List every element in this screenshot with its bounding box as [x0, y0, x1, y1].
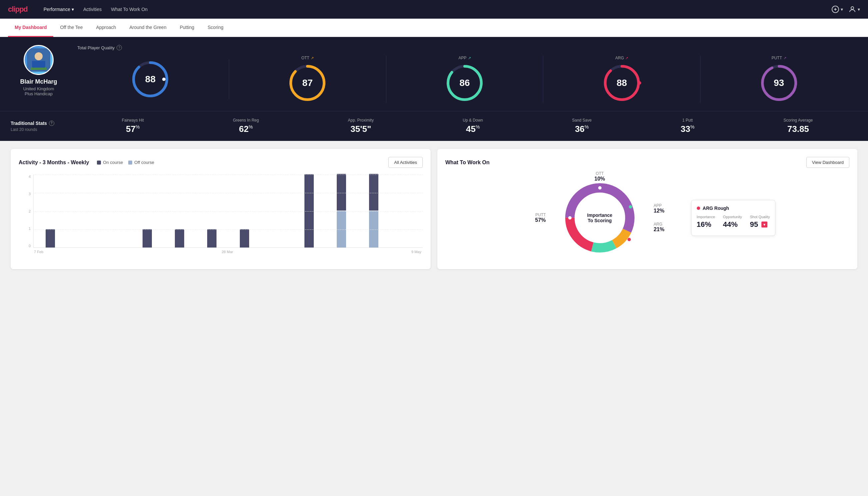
- legend-off-course: Off course: [128, 160, 154, 165]
- putt-label-col: PUTT 57%: [519, 213, 546, 223]
- arg-rough-info-card: ARG Rough Importance 16% Opportunity 44%…: [691, 200, 776, 236]
- bar-group-5: [164, 229, 195, 248]
- tab-approach[interactable]: Approach: [89, 19, 123, 37]
- tab-my-dashboard[interactable]: My Dashboard: [8, 19, 53, 37]
- trend-up-icon: ↗: [311, 56, 314, 60]
- stat-columns: Fairways Hit 57% Greens In Reg 62% App. …: [77, 118, 857, 134]
- svg-point-24: [629, 205, 632, 208]
- bar-on-course: [369, 174, 378, 211]
- app-value: 86: [459, 78, 470, 88]
- bar-on-course: [304, 174, 314, 248]
- bottom-section: Activity - 3 Months - Weekly On course O…: [0, 141, 868, 277]
- nav-activities[interactable]: Activities: [83, 7, 101, 12]
- tab-off-the-tee[interactable]: Off the Tee: [53, 19, 89, 37]
- tab-scoring[interactable]: Scoring: [201, 19, 230, 37]
- stat-value: 33%: [681, 124, 694, 134]
- tab-bar: My Dashboard Off the Tee Approach Around…: [0, 19, 868, 37]
- putt-value: 93: [774, 78, 784, 88]
- legend-off-course-dot: [128, 160, 132, 165]
- tpq-circle: 88: [130, 59, 170, 99]
- stat-name: Fairways Hit: [122, 118, 144, 123]
- x-label-may: 9 May: [411, 250, 421, 254]
- importance-col: Importance 16%: [697, 215, 715, 229]
- y-label-3: 3: [29, 192, 31, 196]
- shot-quality-col: Shot Quality 95 ▼: [750, 215, 770, 229]
- player-name: Blair McHarg: [20, 78, 57, 85]
- view-dashboard-button[interactable]: View Dashboard: [806, 157, 849, 168]
- avatar: [23, 45, 53, 75]
- opportunity-value: 44%: [723, 220, 742, 229]
- bar-off-course: [337, 211, 346, 248]
- stat-name: App. Proximity: [348, 118, 374, 123]
- chevron-down-icon: ▾: [858, 7, 860, 12]
- player-handicap: Plus Handicap: [25, 91, 53, 96]
- ott-circle: 87: [287, 63, 327, 103]
- trad-stats-sublabel: Last 20 rounds: [11, 127, 77, 132]
- nav-performance[interactable]: Performance ▾: [44, 7, 74, 12]
- stat-value: 57%: [126, 124, 140, 134]
- nav-right-icons: ▾ ▾: [831, 5, 860, 13]
- app-circle: 86: [445, 63, 485, 103]
- hero-section: Blair McHarg United Kingdom Plus Handica…: [0, 37, 868, 111]
- player-row: Blair McHarg United Kingdom Plus Handica…: [11, 45, 857, 103]
- brand-logo[interactable]: clippd: [8, 5, 28, 14]
- tab-around-the-green[interactable]: Around the Green: [123, 19, 173, 37]
- stat-sand-save: Sand Save 36%: [572, 118, 591, 134]
- stat-app-proximity: App. Proximity 35'5": [348, 118, 374, 134]
- bar-group-4: [132, 229, 162, 248]
- bar-on-course: [207, 229, 217, 248]
- score-ott: OTT ↗ 87: [229, 56, 386, 103]
- right-labels-col: APP 12% ARG 21%: [654, 203, 680, 233]
- stat-fairways-hit: Fairways Hit 57%: [122, 118, 144, 134]
- stat-name: 1 Putt: [682, 118, 693, 123]
- bars-container: [33, 174, 423, 248]
- y-label-2: 2: [29, 209, 31, 213]
- bar-group-12: [391, 247, 421, 248]
- scores-area: Total Player Quality ? 88: [77, 45, 857, 103]
- arg-circle: 88: [602, 63, 642, 103]
- arg-label: ARG ↗: [615, 56, 628, 60]
- help-icon[interactable]: ?: [49, 121, 54, 126]
- importance-label: Importance: [697, 215, 715, 219]
- stat-name: Up & Down: [463, 118, 483, 123]
- bar-group-11: [359, 174, 389, 248]
- flag-icon: ▼: [761, 221, 768, 228]
- arg-donut-label: ARG 21%: [654, 222, 680, 233]
- score-arg: ARG ↗ 88: [543, 56, 700, 103]
- tpq-value: 88: [145, 74, 156, 84]
- chart-title: Activity - 3 Months - Weekly: [19, 159, 89, 166]
- x-labels: 7 Feb 28 Mar 9 May: [29, 248, 423, 254]
- app-label: APP ↗: [458, 56, 471, 60]
- nav-what-to-work-on[interactable]: What To Work On: [111, 7, 147, 12]
- ott-donut-label: OTT 10%: [595, 171, 605, 182]
- trend-up-icon: ↗: [625, 56, 628, 60]
- help-icon[interactable]: ?: [116, 45, 122, 50]
- donut-container: Importance To Scoring OTT 10%: [556, 174, 643, 261]
- app-donut-label: APP 12%: [654, 203, 680, 214]
- importance-value: 16%: [697, 220, 715, 229]
- bar-group-6: [197, 229, 227, 248]
- bar-on-course: [175, 229, 184, 248]
- putt-label: PUTT ↗: [771, 56, 786, 60]
- score-putt: PUTT ↗ 93: [700, 56, 857, 103]
- bar-group-1: [35, 229, 65, 248]
- chevron-down-icon: ▾: [72, 7, 74, 12]
- bar-on-course: [143, 229, 152, 248]
- add-button[interactable]: ▾: [831, 5, 843, 13]
- stat-1-putt: 1 Putt 33%: [681, 118, 694, 134]
- all-activities-button[interactable]: All Activities: [388, 157, 423, 168]
- bar-group-8: [262, 247, 292, 248]
- y-label-1: 1: [29, 227, 31, 231]
- user-menu[interactable]: ▾: [848, 5, 860, 13]
- y-label-4: 4: [29, 174, 31, 179]
- ott-label: OTT ↗: [301, 56, 314, 60]
- bar-chart-container: 4 3 2 1 0: [19, 174, 423, 254]
- putt-segment-label: PUTT: [535, 213, 546, 217]
- tab-putting[interactable]: Putting: [173, 19, 201, 37]
- arg-value: 88: [617, 78, 627, 88]
- bar-on-course: [46, 229, 55, 248]
- legend-on-course-dot: [97, 160, 101, 165]
- chart-legend: On course Off course: [97, 160, 154, 165]
- donut-center: Importance To Scoring: [587, 213, 612, 223]
- player-country: United Kingdom: [23, 86, 54, 91]
